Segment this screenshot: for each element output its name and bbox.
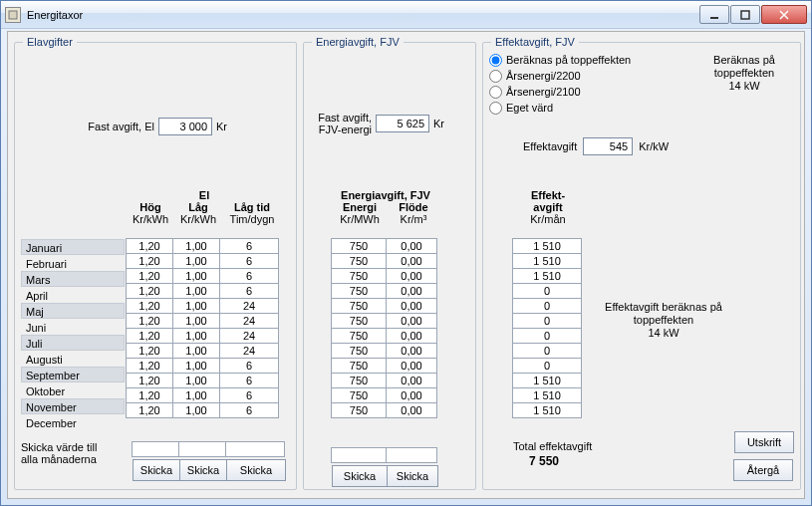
el-cell-lag[interactable]: 1,00 bbox=[172, 313, 220, 329]
fjv-cell-fl[interactable]: 0,00 bbox=[386, 373, 437, 388]
back-button[interactable]: Återgå bbox=[733, 459, 793, 481]
fjv-cell-en[interactable]: 750 bbox=[331, 283, 387, 299]
el-cell-lag[interactable]: 1,00 bbox=[172, 238, 220, 254]
el-cell-lag[interactable]: 1,00 bbox=[172, 328, 220, 344]
fjv-cell-en[interactable]: 750 bbox=[331, 387, 387, 403]
radio-arsenergi-2200[interactable]: Årsenergi/2200 bbox=[489, 68, 631, 84]
fjv-cell-fl[interactable]: 0,00 bbox=[386, 387, 437, 403]
fjv-send-flode-button[interactable]: Skicka bbox=[387, 465, 438, 487]
el-cell-hog[interactable]: 1,20 bbox=[126, 358, 173, 374]
el-cell-lag[interactable]: 1,00 bbox=[172, 253, 220, 269]
el-cell-lt[interactable]: 6 bbox=[219, 387, 279, 403]
month-label: November bbox=[21, 398, 125, 414]
el-cell-lt[interactable]: 6 bbox=[219, 253, 279, 269]
el-send-lagtid-input[interactable] bbox=[225, 441, 285, 457]
el-fast-input[interactable] bbox=[158, 118, 212, 135]
eff-cell[interactable]: 1 510 bbox=[512, 402, 582, 418]
el-cell-hog[interactable]: 1,20 bbox=[126, 313, 173, 329]
el-cell-lag[interactable]: 1,00 bbox=[172, 358, 220, 374]
el-cell-hog[interactable]: 1,20 bbox=[126, 328, 173, 344]
fjv-cell-fl[interactable]: 0,00 bbox=[386, 238, 437, 254]
fjv-cell-en[interactable]: 750 bbox=[331, 402, 387, 418]
el-cell-lt[interactable]: 6 bbox=[219, 283, 279, 299]
fjv-fast-input[interactable] bbox=[376, 115, 429, 132]
fjv-cell-en[interactable]: 750 bbox=[331, 238, 387, 254]
eff-cell[interactable]: 1 510 bbox=[512, 268, 582, 284]
el-cell-lt[interactable]: 6 bbox=[219, 268, 279, 284]
radio-arsenergi-2200-input[interactable] bbox=[489, 70, 502, 83]
el-send-lag-input[interactable] bbox=[178, 441, 226, 457]
el-cell-lt[interactable]: 24 bbox=[219, 328, 279, 344]
el-cell-lag[interactable]: 1,00 bbox=[172, 343, 220, 359]
el-cell-lag[interactable]: 1,00 bbox=[172, 298, 220, 314]
el-send-lag-button[interactable]: Skicka bbox=[179, 459, 227, 481]
fjv-cell-en[interactable]: 750 bbox=[331, 328, 387, 344]
maximize-button[interactable] bbox=[730, 5, 760, 24]
fjv-cell-en[interactable]: 750 bbox=[331, 343, 387, 359]
titlebar[interactable]: Energitaxor bbox=[1, 1, 811, 29]
eff-cell[interactable]: 1 510 bbox=[512, 373, 582, 388]
eff-cell[interactable]: 0 bbox=[512, 298, 582, 314]
radio-eget-vard[interactable]: Eget värd bbox=[489, 100, 631, 116]
fjv-cell-fl[interactable]: 0,00 bbox=[386, 313, 437, 329]
el-cell-lt[interactable]: 6 bbox=[219, 358, 279, 374]
el-cell-lag[interactable]: 1,00 bbox=[172, 402, 220, 418]
close-button[interactable] bbox=[761, 5, 807, 24]
fjv-cell-fl[interactable]: 0,00 bbox=[386, 358, 437, 374]
el-cell-lt[interactable]: 24 bbox=[219, 343, 279, 359]
fjv-cell-fl[interactable]: 0,00 bbox=[386, 402, 437, 418]
radio-toppeffekten[interactable]: Beräknas på toppeffekten bbox=[489, 52, 631, 68]
fjv-send-energi-button[interactable]: Skicka bbox=[332, 465, 388, 487]
el-cell-lt[interactable]: 6 bbox=[219, 402, 279, 418]
el-cell-hog[interactable]: 1,20 bbox=[126, 238, 173, 254]
el-cell-hog[interactable]: 1,20 bbox=[126, 402, 173, 418]
fjv-cell-en[interactable]: 750 bbox=[331, 313, 387, 329]
el-cell-lag[interactable]: 1,00 bbox=[172, 283, 220, 299]
eff-cell[interactable]: 0 bbox=[512, 328, 582, 344]
fjv-cell-fl[interactable]: 0,00 bbox=[386, 283, 437, 299]
radio-toppeffekten-input[interactable] bbox=[489, 54, 502, 67]
fjv-cell-en[interactable]: 750 bbox=[331, 358, 387, 374]
el-cell-lt[interactable]: 6 bbox=[219, 373, 279, 388]
eff-cell[interactable]: 0 bbox=[512, 283, 582, 299]
eff-cell[interactable]: 1 510 bbox=[512, 387, 582, 403]
el-cell-lag[interactable]: 1,00 bbox=[172, 387, 220, 403]
el-cell-lt[interactable]: 6 bbox=[219, 238, 279, 254]
fjv-send-flode-input[interactable] bbox=[386, 447, 437, 463]
el-send-lagtid-button[interactable]: Skicka bbox=[226, 459, 286, 481]
radio-arsenergi-2100-input[interactable] bbox=[489, 86, 502, 99]
fjv-cell-en[interactable]: 750 bbox=[331, 373, 387, 388]
eff-cell[interactable]: 0 bbox=[512, 343, 582, 359]
el-cell-lag[interactable]: 1,00 bbox=[172, 373, 220, 388]
eff-input[interactable] bbox=[583, 137, 633, 155]
radio-arsenergi-2100[interactable]: Årsenergi/2100 bbox=[489, 84, 631, 100]
el-cell-hog[interactable]: 1,20 bbox=[126, 387, 173, 403]
el-cell-hog[interactable]: 1,20 bbox=[126, 373, 173, 388]
el-cell-hog[interactable]: 1,20 bbox=[126, 253, 173, 269]
fjv-cell-fl[interactable]: 0,00 bbox=[386, 268, 437, 284]
fjv-cell-en[interactable]: 750 bbox=[331, 253, 387, 269]
minimize-button[interactable] bbox=[699, 5, 729, 24]
eff-cell[interactable]: 1 510 bbox=[512, 238, 582, 254]
fjv-send-energi-input[interactable] bbox=[331, 447, 387, 463]
print-button[interactable]: Utskrift bbox=[734, 431, 794, 453]
el-cell-hog[interactable]: 1,20 bbox=[126, 343, 173, 359]
eff-cell[interactable]: 1 510 bbox=[512, 253, 582, 269]
el-cell-lag[interactable]: 1,00 bbox=[172, 268, 220, 284]
eff-cell[interactable]: 0 bbox=[512, 313, 582, 329]
fjv-cell-fl[interactable]: 0,00 bbox=[386, 343, 437, 359]
el-cell-lt[interactable]: 24 bbox=[219, 313, 279, 329]
el-send-hog-button[interactable]: Skicka bbox=[133, 459, 180, 481]
eff-cell[interactable]: 0 bbox=[512, 358, 582, 374]
fjv-cell-fl[interactable]: 0,00 bbox=[386, 253, 437, 269]
el-cell-hog[interactable]: 1,20 bbox=[126, 298, 173, 314]
fjv-cell-en[interactable]: 750 bbox=[331, 298, 387, 314]
el-send-hog-input[interactable] bbox=[132, 441, 179, 457]
radio-eget-vard-input[interactable] bbox=[489, 102, 502, 115]
fjv-cell-fl[interactable]: 0,00 bbox=[386, 298, 437, 314]
el-cell-hog[interactable]: 1,20 bbox=[126, 283, 173, 299]
fjv-cell-fl[interactable]: 0,00 bbox=[386, 328, 437, 344]
el-cell-lt[interactable]: 24 bbox=[219, 298, 279, 314]
el-cell-hog[interactable]: 1,20 bbox=[126, 268, 173, 284]
fjv-cell-en[interactable]: 750 bbox=[331, 268, 387, 284]
